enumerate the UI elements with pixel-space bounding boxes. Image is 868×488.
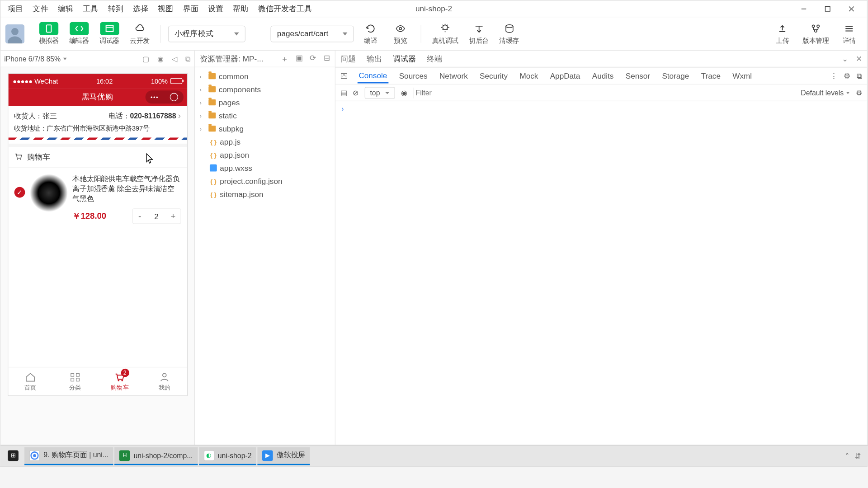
version-button[interactable]: 版本管理	[799, 21, 832, 47]
tray-chevron-icon[interactable]: ˄	[845, 452, 849, 460]
capsule-button[interactable]	[145, 90, 183, 103]
menu-select[interactable]: 选择	[128, 1, 153, 16]
tab-network[interactable]: Network	[438, 69, 469, 83]
page-select[interactable]: pages/cart/cart	[270, 25, 354, 42]
background-button[interactable]: 切后台	[465, 21, 492, 47]
file-app-wxss[interactable]: app.wxss	[195, 161, 335, 174]
console-body[interactable]	[335, 101, 867, 450]
simulator-panel: iPhone 6/7/8 85% ▢ ◉ ◁ ⧉ ●●●●● WeChat 16…	[0, 51, 195, 466]
context-select[interactable]: top	[365, 87, 395, 99]
preview-button[interactable]: 预览	[387, 21, 414, 47]
minimize-icon[interactable]	[796, 3, 812, 14]
clear-cache-button[interactable]: 清缓存	[496, 21, 523, 47]
cloud-button[interactable]: 云开发	[126, 21, 153, 47]
debugger-button[interactable]: 调试器	[96, 21, 123, 47]
folder-subpkg[interactable]: ›subpkg	[195, 122, 335, 135]
refresh-tree-icon[interactable]: ⟳	[310, 53, 316, 64]
inspect-icon[interactable]: ⮹	[340, 71, 348, 80]
close-icon[interactable]	[843, 3, 860, 14]
tab-audits[interactable]: Audits	[591, 69, 615, 83]
menu-goto[interactable]: 转到	[103, 1, 128, 16]
capsule-close-icon[interactable]	[170, 93, 178, 101]
tab-security[interactable]: Security	[478, 69, 509, 83]
console-prompt[interactable]	[341, 105, 861, 113]
tab-category[interactable]: 分类	[53, 367, 98, 395]
remote-debug-button[interactable]: 真机调试	[429, 21, 462, 47]
file-project-config[interactable]: { }project.config.json	[195, 174, 335, 188]
folder-components[interactable]: ›components	[195, 83, 335, 96]
menu-edit[interactable]: 编辑	[53, 1, 78, 16]
top-tab-output[interactable]: 输出	[367, 53, 382, 64]
back-icon[interactable]: ◁	[172, 55, 177, 63]
file-app-js[interactable]: { }app.js	[195, 135, 335, 148]
maximize-icon[interactable]	[819, 3, 836, 14]
close-panel-icon[interactable]: ✕	[856, 54, 862, 63]
quantity-stepper: - 2 +	[132, 209, 181, 224]
capsule-menu-icon[interactable]	[151, 93, 159, 101]
console-sidebar-icon[interactable]: ▤	[340, 89, 347, 97]
taskbar-wxdevtools[interactable]: ◐uni-shop-2	[199, 447, 256, 465]
qty-minus-button[interactable]: -	[132, 209, 147, 224]
taskbar-apower[interactable]: ▶傲软投屏	[258, 447, 310, 465]
clear-console-icon[interactable]: ⊘	[353, 89, 359, 97]
tab-my[interactable]: 我的	[142, 367, 187, 395]
folder-common[interactable]: ›common	[195, 70, 335, 83]
item-checkbox[interactable]: ✓	[14, 187, 25, 198]
mode-select[interactable]: 小程序模式	[168, 25, 245, 42]
console-settings-icon[interactable]: ⚙	[856, 89, 862, 97]
tab-sources[interactable]: Sources	[398, 69, 429, 83]
menu-devtools[interactable]: 微信开发者工具	[253, 1, 317, 16]
start-button[interactable]: ⊞	[3, 447, 24, 465]
rotate-icon[interactable]: ▢	[142, 55, 149, 63]
menu-tool[interactable]: 工具	[78, 1, 103, 16]
new-folder-icon[interactable]: ▣	[296, 53, 303, 64]
folder-pages[interactable]: ›pages	[195, 96, 335, 109]
top-tab-problems[interactable]: 问题	[340, 53, 356, 64]
collapse-panel-icon[interactable]: ⌄	[842, 54, 848, 63]
tab-cart[interactable]: 购物车2	[97, 367, 142, 395]
tab-appdata[interactable]: AppData	[549, 69, 581, 83]
top-tab-debugger[interactable]: 调试器	[393, 53, 416, 64]
upload-button[interactable]: 上传	[769, 21, 796, 47]
filter-input[interactable]	[413, 87, 795, 98]
address-card[interactable]: 收货人：张三 电话：020-81167888 › 收货地址：广东省广州市海珠区新…	[8, 106, 187, 144]
menu-file[interactable]: 文件	[28, 1, 53, 16]
tab-console[interactable]: Console	[358, 69, 388, 84]
devtools-settings-icon[interactable]: ⚙	[844, 71, 851, 81]
avatar[interactable]	[5, 24, 24, 43]
tray-network-icon[interactable]: ⇵	[855, 452, 861, 460]
detail-button[interactable]: 详情	[836, 21, 862, 47]
simulator-button[interactable]: 模拟器	[35, 21, 62, 47]
tab-trace[interactable]: Trace	[700, 69, 722, 83]
collapse-tree-icon[interactable]: ⊟	[324, 53, 330, 64]
popout-icon[interactable]: ⧉	[185, 55, 191, 63]
product-image[interactable]	[29, 174, 67, 212]
qty-plus-button[interactable]: +	[166, 209, 180, 224]
menu-project[interactable]: 项目	[3, 1, 28, 16]
menu-settings[interactable]: 设置	[203, 1, 228, 16]
file-app-json[interactable]: { }app.json	[195, 148, 335, 161]
compile-button[interactable]: 编译	[358, 21, 384, 47]
menu-interface[interactable]: 界面	[178, 1, 203, 16]
menu-view[interactable]: 视图	[153, 1, 178, 16]
tab-wxml[interactable]: Wxml	[731, 69, 753, 83]
log-levels-select[interactable]: Default levels	[801, 89, 849, 97]
new-file-icon[interactable]: ＋	[281, 53, 288, 64]
file-sitemap-json[interactable]: { }sitemap.json	[195, 188, 335, 201]
live-expression-icon[interactable]: ◉	[401, 89, 407, 97]
record-icon[interactable]: ◉	[157, 55, 163, 63]
tab-home[interactable]: 首页	[8, 367, 53, 395]
taskbar-hbuilder[interactable]: Huni-shop-2/comp...	[114, 447, 198, 465]
devtools-menu-icon[interactable]: ⋮	[830, 71, 838, 81]
editor-button[interactable]: 编辑器	[66, 21, 92, 47]
top-tab-terminal[interactable]: 终端	[427, 53, 442, 64]
devtools-dock-icon[interactable]: ⧉	[857, 71, 862, 81]
taskbar-chrome[interactable]: 9. 购物车页面 | uni...	[24, 447, 113, 465]
svg-point-5	[11, 28, 19, 35]
device-select[interactable]: iPhone 6/7/8 85%	[4, 55, 66, 63]
menu-help[interactable]: 帮助	[228, 1, 253, 16]
tab-storage[interactable]: Storage	[661, 69, 690, 83]
tab-sensor[interactable]: Sensor	[624, 69, 651, 83]
folder-static[interactable]: ›static	[195, 109, 335, 122]
tab-mock[interactable]: Mock	[519, 69, 539, 83]
